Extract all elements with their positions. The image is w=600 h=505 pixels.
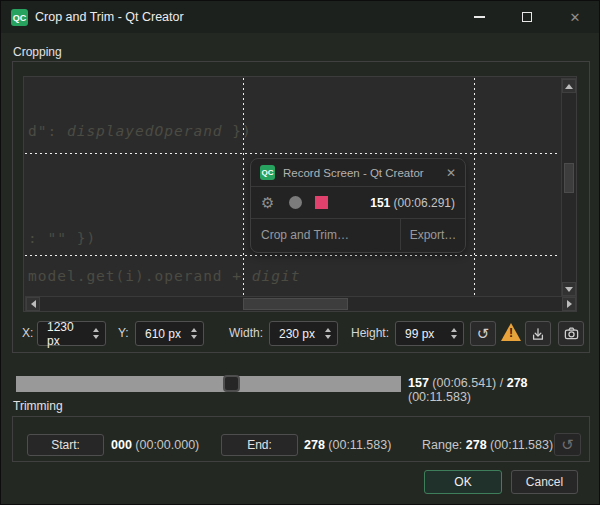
x-label: X: [22,320,33,346]
vertical-scrollbar-thumb[interactable] [564,163,574,193]
trim-start-value: 000 (00:00.000) [111,434,199,456]
height-label: Height: [351,320,389,346]
arrow-down-icon [565,287,573,292]
crop-guide-left[interactable] [243,78,244,296]
spin-down-icon[interactable] [191,335,197,339]
crop-guide-right[interactable] [474,78,475,296]
y-value[interactable]: 610 px [136,327,187,341]
range-label: Range: [422,438,466,452]
spin-down-icon[interactable] [93,335,99,339]
horizontal-scrollbar[interactable] [25,296,577,312]
frame-position-slider[interactable] [16,376,401,392]
height-value[interactable]: 99 px [396,327,447,341]
start-time: (00:00.000) [132,438,199,452]
trim-range-value: Range: 278 (00:11.583) [422,434,553,456]
frame-number: 151 [370,196,390,210]
scroll-left-button[interactable] [26,297,40,311]
spin-up-icon[interactable] [191,328,197,332]
maximize-button[interactable] [507,1,547,33]
range-frames: 278 [466,438,487,452]
close-icon: ✕ [440,166,456,180]
frame-time: (00:06.291) [394,196,455,210]
horizontal-scrollbar-thumb[interactable] [243,298,348,310]
end-time: (00:11.583) [325,438,391,452]
range-time: (00:11.583) [487,438,553,452]
ok-button[interactable]: OK [424,470,502,494]
separator: / [496,376,506,390]
total-time: (00:11.583) [408,390,471,404]
width-value[interactable]: 230 px [270,327,321,341]
arrow-left-icon [31,300,36,308]
height-spinbox[interactable]: 99 px [395,321,464,346]
code-text: : "" }) [28,230,96,246]
preview-code-line: : "" }) [28,230,96,246]
preview-code-line: d": displayedOperand }) [28,123,252,139]
code-text: }) [223,123,252,139]
y-label: Y: [118,320,129,346]
export-frame-button[interactable] [525,321,551,346]
y-spinbox[interactable]: 610 px [135,321,204,346]
undo-icon: ↺ [477,325,490,343]
mini-titlebar: QC Record Screen - Qt Creator ✕ [251,159,465,187]
qt-creator-logo-icon: QC [260,165,275,180]
trimming-group-label: Trimming [13,399,63,413]
record-icon [289,196,302,209]
width-label: Width: [229,320,263,346]
width-spinbox[interactable]: 230 px [269,321,338,346]
warning-triangle: ! [501,323,521,341]
qt-creator-logo-icon: QC [11,9,28,26]
minimize-button[interactable] [459,1,499,33]
total-frames: 278 [507,376,528,390]
crop-and-trim-dialog: QC Crop and Trim - Qt Creator ✕ Cropping… [0,0,600,505]
arrow-right-icon [567,300,572,308]
window-title: Crop and Trim - Qt Creator [35,1,184,33]
cancel-button[interactable]: Cancel [511,470,578,494]
download-icon [530,326,546,342]
frame-position-readout: 157 (00:06.541) / 278 (00:11.583) [408,376,593,404]
warning-icon: ! [501,323,521,341]
code-text: displayedOperand [67,123,223,139]
spin-up-icon[interactable] [93,328,99,332]
slider-handle[interactable] [223,375,240,392]
scroll-down-button[interactable] [562,282,576,296]
preview-code-line: model.get(i).operand + digit [28,268,300,284]
maximize-icon [522,12,532,22]
screenshot-button[interactable] [558,321,584,346]
start-frame: 000 [111,438,132,452]
spin-down-icon[interactable] [451,335,457,339]
reset-crop-button[interactable]: ↺ [470,321,496,346]
scroll-up-button[interactable] [562,79,576,93]
close-icon: ✕ [570,10,581,25]
crop-preview-viewport[interactable]: d": displayedOperand }) : "" }) model.ge… [23,76,577,312]
spin-up-icon[interactable] [451,328,457,332]
vertical-scrollbar[interactable] [561,78,577,297]
trim-start-button[interactable]: Start: [27,434,104,456]
close-button[interactable]: ✕ [555,1,595,33]
mini-export-button: Export… [401,219,465,250]
mini-controls-row: ⚙ 151 (00:06.291) [251,187,465,219]
cropping-group-label: Cropping [13,45,62,59]
mini-frame-counter: 151 (00:06.291) [328,196,455,210]
spin-up-icon[interactable] [325,328,331,332]
undo-icon: ↺ [561,436,574,454]
mini-footer: Crop and Trim… Export… [251,219,465,250]
x-value[interactable]: 1230 px [38,320,89,348]
titlebar[interactable]: QC Crop and Trim - Qt Creator ✕ [1,1,600,33]
reset-trim-button[interactable]: ↺ [554,433,581,456]
camera-icon [563,325,580,342]
arrow-up-icon [565,84,573,89]
code-text: digit [252,268,301,284]
exclamation-mark: ! [501,326,521,340]
crop-guide-top[interactable] [25,153,560,154]
crop-guide-bottom[interactable] [25,255,560,256]
minimize-icon [474,16,485,18]
code-text: model.get(i).operand + [28,268,252,284]
x-spinbox[interactable]: 1230 px [37,321,106,346]
stop-icon [315,196,328,209]
code-text: d": [28,123,67,139]
spin-down-icon[interactable] [325,335,331,339]
trim-end-button[interactable]: End: [221,434,298,456]
gear-icon: ⚙ [261,195,274,210]
mini-crop-and-trim-button: Crop and Trim… [251,219,401,250]
scroll-right-button[interactable] [562,297,576,311]
